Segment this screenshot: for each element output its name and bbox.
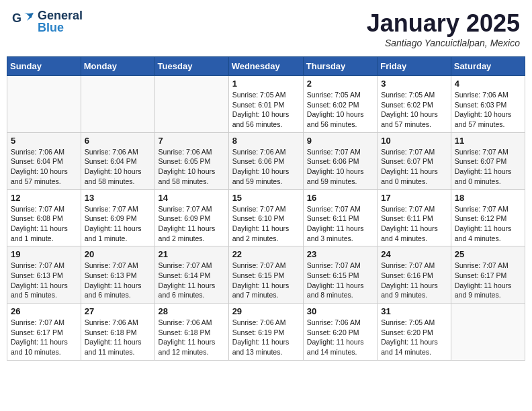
day-number: 14: [159, 193, 225, 203]
day-info: Sunrise: 7:06 AMSunset: 6:20 PMDaylight:…: [307, 318, 373, 357]
day-info: Sunrise: 7:07 AMSunset: 6:17 PMDaylight:…: [455, 261, 521, 300]
day-number: 16: [307, 193, 373, 203]
weekday-header-row: Sunday Monday Tuesday Wednesday Thursday…: [7, 57, 525, 76]
calendar-cell: 28Sunrise: 7:06 AMSunset: 6:18 PMDayligh…: [154, 304, 228, 361]
calendar-cell: 5Sunrise: 7:06 AMSunset: 6:04 PMDaylight…: [7, 132, 81, 189]
week-row-1: 1Sunrise: 7:05 AMSunset: 6:01 PMDaylight…: [7, 76, 525, 133]
day-number: 11: [455, 136, 521, 146]
day-info: Sunrise: 7:06 AMSunset: 6:06 PMDaylight:…: [232, 147, 300, 187]
day-number: 23: [307, 249, 373, 259]
day-number: 27: [85, 306, 151, 316]
calendar-cell: 31Sunrise: 7:05 AMSunset: 6:20 PMDayligh…: [378, 304, 451, 361]
day-info: Sunrise: 7:07 AMSunset: 6:17 PMDaylight:…: [11, 318, 77, 357]
day-info: Sunrise: 7:07 AMSunset: 6:09 PMDaylight:…: [85, 204, 151, 244]
calendar-cell: 1Sunrise: 7:05 AMSunset: 6:01 PMDaylight…: [228, 76, 303, 133]
day-number: 30: [307, 306, 373, 316]
day-number: 24: [381, 249, 447, 259]
header-friday: Friday: [378, 57, 451, 76]
week-row-2: 5Sunrise: 7:06 AMSunset: 6:04 PMDaylight…: [7, 132, 525, 189]
logo-icon: G: [12, 11, 34, 30]
day-info: Sunrise: 7:05 AMSunset: 6:01 PMDaylight:…: [232, 90, 300, 130]
day-info: Sunrise: 7:06 AMSunset: 6:03 PMDaylight:…: [455, 90, 521, 130]
day-number: 10: [381, 136, 447, 146]
day-info: Sunrise: 7:07 AMSunset: 6:13 PMDaylight:…: [85, 261, 151, 300]
calendar-cell: 8Sunrise: 7:06 AMSunset: 6:06 PMDaylight…: [228, 132, 303, 189]
calendar-table: Sunday Monday Tuesday Wednesday Thursday…: [7, 56, 525, 361]
day-info: Sunrise: 7:07 AMSunset: 6:09 PMDaylight:…: [159, 204, 225, 244]
header-sunday: Sunday: [7, 57, 81, 76]
calendar-cell: 16Sunrise: 7:07 AMSunset: 6:11 PMDayligh…: [303, 189, 377, 246]
logo-blue: Blue: [38, 21, 83, 35]
day-info: Sunrise: 7:05 AMSunset: 6:20 PMDaylight:…: [381, 318, 447, 357]
day-number: 31: [381, 306, 447, 316]
week-row-3: 12Sunrise: 7:07 AMSunset: 6:08 PMDayligh…: [7, 189, 525, 246]
day-info: Sunrise: 7:07 AMSunset: 6:13 PMDaylight:…: [11, 261, 77, 300]
day-number: 8: [232, 136, 300, 146]
calendar-cell: 27Sunrise: 7:06 AMSunset: 6:18 PMDayligh…: [81, 304, 154, 361]
calendar-cell: 29Sunrise: 7:06 AMSunset: 6:19 PMDayligh…: [228, 304, 303, 361]
calendar-cell: 7Sunrise: 7:06 AMSunset: 6:05 PMDaylight…: [154, 132, 228, 189]
day-info: Sunrise: 7:07 AMSunset: 6:12 PMDaylight:…: [455, 204, 521, 244]
week-row-4: 19Sunrise: 7:07 AMSunset: 6:13 PMDayligh…: [7, 246, 525, 304]
calendar-cell: 10Sunrise: 7:07 AMSunset: 6:07 PMDayligh…: [378, 132, 451, 189]
calendar-cell: 4Sunrise: 7:06 AMSunset: 6:03 PMDaylight…: [451, 76, 525, 133]
day-number: 29: [232, 306, 300, 316]
calendar-cell: [154, 76, 228, 133]
day-info: Sunrise: 7:07 AMSunset: 6:06 PMDaylight:…: [307, 147, 373, 187]
day-info: Sunrise: 7:06 AMSunset: 6:19 PMDaylight:…: [232, 318, 300, 357]
day-number: 25: [455, 249, 521, 259]
calendar-cell: 26Sunrise: 7:07 AMSunset: 6:17 PMDayligh…: [7, 304, 81, 361]
day-info: Sunrise: 7:07 AMSunset: 6:08 PMDaylight:…: [11, 204, 77, 244]
day-info: Sunrise: 7:07 AMSunset: 6:15 PMDaylight:…: [232, 261, 300, 300]
calendar-cell: 15Sunrise: 7:07 AMSunset: 6:10 PMDayligh…: [228, 189, 303, 246]
calendar-cell: 19Sunrise: 7:07 AMSunset: 6:13 PMDayligh…: [7, 246, 81, 304]
calendar-cell: 21Sunrise: 7:07 AMSunset: 6:14 PMDayligh…: [154, 246, 228, 304]
calendar-cell: [451, 304, 525, 361]
calendar-cell: 9Sunrise: 7:07 AMSunset: 6:06 PMDaylight…: [303, 132, 377, 189]
day-info: Sunrise: 7:05 AMSunset: 6:02 PMDaylight:…: [381, 90, 447, 130]
calendar-cell: 24Sunrise: 7:07 AMSunset: 6:16 PMDayligh…: [378, 246, 451, 304]
calendar-cell: 6Sunrise: 7:06 AMSunset: 6:04 PMDaylight…: [81, 132, 154, 189]
day-number: 18: [455, 193, 521, 203]
week-row-5: 26Sunrise: 7:07 AMSunset: 6:17 PMDayligh…: [7, 304, 525, 361]
calendar-cell: 30Sunrise: 7:06 AMSunset: 6:20 PMDayligh…: [303, 304, 377, 361]
calendar-cell: 14Sunrise: 7:07 AMSunset: 6:09 PMDayligh…: [154, 189, 228, 246]
day-number: 21: [159, 249, 225, 259]
day-number: 7: [159, 136, 225, 146]
location: Santiago Yancuictlalpan, Mexico: [367, 38, 520, 48]
day-number: 6: [85, 136, 151, 146]
calendar-cell: [81, 76, 154, 133]
day-info: Sunrise: 7:06 AMSunset: 6:04 PMDaylight:…: [85, 147, 151, 187]
day-info: Sunrise: 7:07 AMSunset: 6:11 PMDaylight:…: [381, 204, 447, 244]
day-number: 13: [85, 193, 151, 203]
calendar-cell: 11Sunrise: 7:07 AMSunset: 6:07 PMDayligh…: [451, 132, 525, 189]
calendar-cell: [7, 76, 81, 133]
logo: G General Blue: [12, 9, 83, 35]
calendar-cell: 25Sunrise: 7:07 AMSunset: 6:17 PMDayligh…: [451, 246, 525, 304]
day-number: 12: [11, 193, 77, 203]
header-thursday: Thursday: [303, 57, 377, 76]
svg-text:G: G: [12, 11, 21, 25]
header-saturday: Saturday: [451, 57, 525, 76]
calendar-cell: 12Sunrise: 7:07 AMSunset: 6:08 PMDayligh…: [7, 189, 81, 246]
day-number: 19: [11, 249, 77, 259]
day-info: Sunrise: 7:07 AMSunset: 6:10 PMDaylight:…: [232, 204, 300, 244]
day-number: 4: [455, 79, 521, 89]
calendar-cell: 18Sunrise: 7:07 AMSunset: 6:12 PMDayligh…: [451, 189, 525, 246]
page-header: G General Blue January 2025 Santiago Yan…: [7, 7, 525, 51]
day-number: 2: [307, 79, 373, 89]
day-number: 22: [232, 249, 300, 259]
day-info: Sunrise: 7:07 AMSunset: 6:14 PMDaylight:…: [159, 261, 225, 300]
day-number: 26: [11, 306, 77, 316]
header-tuesday: Tuesday: [154, 57, 228, 76]
calendar-cell: 17Sunrise: 7:07 AMSunset: 6:11 PMDayligh…: [378, 189, 451, 246]
day-number: 20: [85, 249, 151, 259]
day-number: 3: [381, 79, 447, 89]
day-number: 15: [232, 193, 300, 203]
day-info: Sunrise: 7:06 AMSunset: 6:18 PMDaylight:…: [159, 318, 225, 357]
day-info: Sunrise: 7:07 AMSunset: 6:07 PMDaylight:…: [455, 147, 521, 187]
day-info: Sunrise: 7:06 AMSunset: 6:04 PMDaylight:…: [11, 147, 77, 187]
day-number: 28: [159, 306, 225, 316]
day-number: 9: [307, 136, 373, 146]
calendar-cell: 23Sunrise: 7:07 AMSunset: 6:15 PMDayligh…: [303, 246, 377, 304]
